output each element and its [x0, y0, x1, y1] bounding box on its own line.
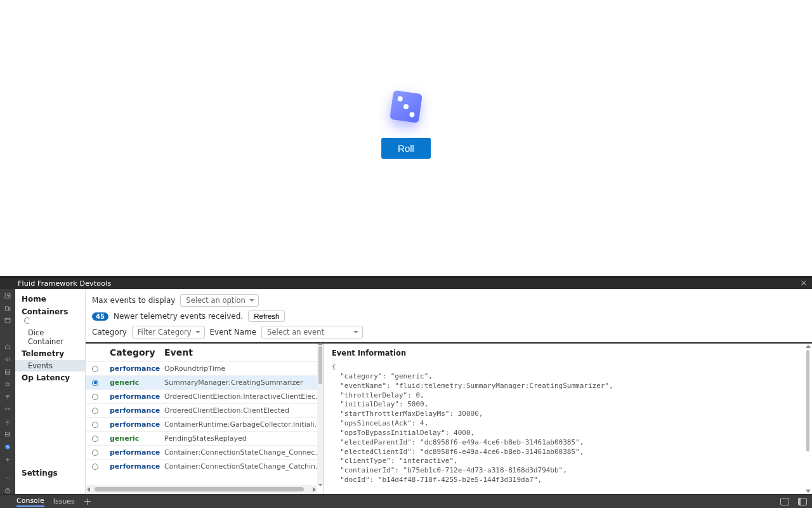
- new-events-message: Newer telemetry events received.: [114, 312, 243, 321]
- svg-rect-3: [5, 319, 10, 323]
- event-name-filter-select[interactable]: Select an event: [261, 326, 363, 338]
- devtools-main: Max events to display Select an option 4…: [86, 289, 812, 494]
- roll-button[interactable]: Roll: [381, 138, 431, 159]
- row-category: generic: [110, 378, 164, 387]
- device-icon[interactable]: [3, 305, 12, 312]
- svg-rect-12: [5, 432, 10, 436]
- devtools-sidebar: Home Containers Dice Container Telemetry…: [15, 289, 86, 494]
- vertical-scrollbar[interactable]: [317, 344, 324, 485]
- sidebar-item-events[interactable]: Events: [15, 360, 85, 371]
- svg-point-21: [8, 492, 8, 493]
- row-event: Container:ConnectionStateChange_Catching…: [164, 462, 324, 471]
- category-filter-label: Category: [92, 328, 127, 337]
- devtools-icon-rail: [0, 289, 15, 494]
- row-radio[interactable]: [92, 422, 98, 428]
- events-table: Category Event performanceOpRoundtripTim…: [86, 344, 324, 494]
- row-event: OpRoundtripTime: [164, 364, 324, 373]
- row-category: performance: [110, 364, 164, 373]
- app-viewport: Roll: [0, 0, 812, 276]
- wifi-icon[interactable]: [3, 394, 12, 400]
- filters-panel: Max events to display Select an option 4…: [86, 289, 812, 342]
- details-scrollbar[interactable]: [806, 347, 811, 490]
- row-event: SummaryManager:CreatingSummarizer: [164, 378, 324, 387]
- row-category: performance: [110, 448, 164, 457]
- sidebar-item-containers[interactable]: Containers: [15, 305, 85, 327]
- svg-point-8: [6, 383, 9, 386]
- table-header-category: Category: [110, 347, 164, 358]
- horizontal-scrollbar[interactable]: [86, 485, 317, 494]
- add-tab-button[interactable]: [84, 498, 91, 505]
- svg-line-10: [8, 409, 9, 410]
- max-events-select[interactable]: Select an option: [180, 294, 259, 307]
- drawer-layout-icon[interactable]: [780, 498, 789, 505]
- row-event: OrderedClientElection:InteractiveClientE…: [164, 392, 324, 401]
- table-row[interactable]: genericSummaryManager:CreatingSummarizer: [86, 375, 324, 389]
- row-radio[interactable]: [92, 380, 98, 386]
- refresh-button[interactable]: Refresh: [248, 311, 285, 322]
- row-event: ContainerRuntime:GarbageCollector:Initia…: [164, 420, 324, 429]
- svg-point-9: [7, 398, 8, 399]
- row-radio[interactable]: [92, 408, 98, 414]
- row-radio[interactable]: [92, 394, 98, 400]
- svg-point-17: [6, 478, 6, 479]
- event-details-panel: Event Information { "category": "generic…: [324, 344, 812, 494]
- table-row[interactable]: performanceOrderedClientElection:Interac…: [86, 389, 324, 403]
- row-category: performance: [110, 420, 164, 429]
- window-icon[interactable]: [3, 318, 12, 324]
- code-icon[interactable]: [3, 356, 12, 363]
- dice-icon: [390, 90, 422, 123]
- svg-point-19: [9, 478, 10, 479]
- row-category: generic: [110, 434, 164, 443]
- drawer-dock-icon[interactable]: [798, 498, 807, 505]
- devtools-titlebar: Fluid Framework Devtools: [0, 276, 812, 289]
- max-events-label: Max events to display: [92, 296, 175, 305]
- fluid-icon[interactable]: [3, 444, 12, 450]
- event-name-filter-label: Event Name: [210, 328, 257, 337]
- row-radio[interactable]: [92, 450, 98, 456]
- svg-rect-2: [9, 307, 10, 310]
- table-row[interactable]: performanceOpRoundtripTime: [86, 361, 324, 375]
- sidebar-item-settings[interactable]: Settings: [22, 469, 58, 478]
- devtools-drawer-tabs: Console Issues: [0, 494, 812, 508]
- sidebar-item-home[interactable]: Home: [15, 293, 85, 305]
- row-category: performance: [110, 406, 164, 415]
- row-event: Container:ConnectionStateChange_Connecte…: [164, 448, 324, 457]
- table-row[interactable]: performanceContainerRuntime:GarbageColle…: [86, 417, 324, 431]
- tab-issues[interactable]: Issues: [53, 497, 75, 505]
- spinner-icon: [24, 318, 30, 324]
- storage-icon[interactable]: [3, 369, 12, 375]
- row-radio[interactable]: [92, 366, 98, 372]
- category-filter-select[interactable]: Filter Category: [132, 326, 205, 338]
- svg-point-18: [7, 478, 8, 479]
- devtools-panel: Fluid Framework Devtools Home: [0, 276, 812, 508]
- help-icon[interactable]: [3, 488, 12, 494]
- table-row[interactable]: genericPendingStatesReplayed: [86, 431, 324, 445]
- svg-rect-5: [5, 370, 10, 374]
- inspect-icon[interactable]: [3, 293, 12, 299]
- row-event: OrderedClientElection:ClientElected: [164, 406, 324, 415]
- perf-icon[interactable]: [3, 406, 12, 413]
- home-icon[interactable]: [3, 344, 12, 350]
- row-event: PendingStatesReplayed: [164, 434, 324, 443]
- close-icon[interactable]: [799, 279, 808, 288]
- dice-roller: Roll: [381, 92, 431, 159]
- sidebar-item-telemetry[interactable]: Telemetry: [15, 347, 85, 360]
- plus-icon[interactable]: [3, 457, 12, 463]
- sidebar-item-op-latency[interactable]: Op Latency: [15, 371, 85, 384]
- more-icon[interactable]: [3, 475, 12, 481]
- table-row[interactable]: performanceContainer:ConnectionStateChan…: [86, 445, 324, 459]
- sidebar-item-dice-container[interactable]: Dice Container: [15, 327, 85, 347]
- gear-icon[interactable]: [3, 419, 12, 425]
- row-category: performance: [110, 462, 164, 471]
- table-row[interactable]: performanceOrderedClientElection:ClientE…: [86, 403, 324, 417]
- row-radio[interactable]: [92, 436, 98, 442]
- row-radio[interactable]: [92, 464, 98, 470]
- panel-icon[interactable]: [3, 431, 12, 438]
- devtools-title: Fluid Framework Devtools: [18, 279, 111, 288]
- table-row[interactable]: performanceContainer:ConnectionStateChan…: [86, 459, 324, 473]
- new-events-badge: 45: [92, 312, 108, 321]
- tab-console[interactable]: Console: [16, 497, 44, 507]
- bug-icon[interactable]: [3, 381, 12, 387]
- row-category: performance: [110, 392, 164, 401]
- svg-point-11: [7, 421, 8, 422]
